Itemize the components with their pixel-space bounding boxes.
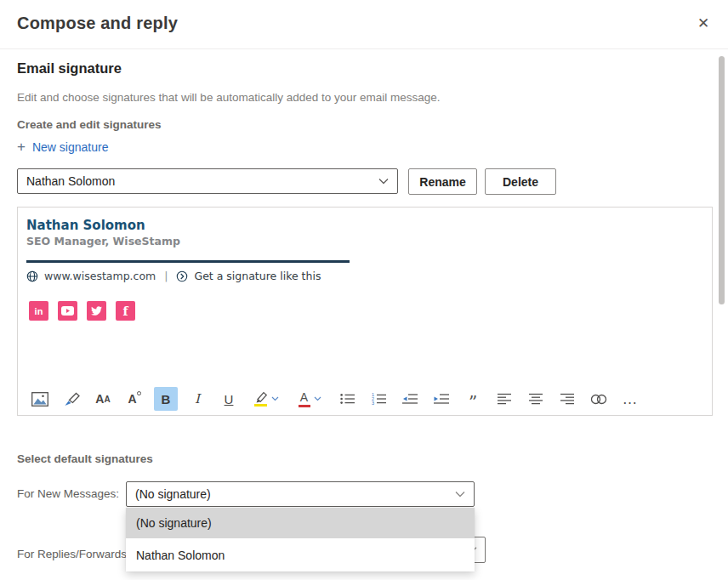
- signature-name: Nathan Solomon: [26, 218, 145, 233]
- font-button[interactable]: AA: [91, 387, 115, 411]
- bold-button[interactable]: B: [154, 387, 178, 411]
- header-divider: [0, 48, 728, 49]
- underline-button[interactable]: U: [217, 387, 241, 411]
- facebook-icon[interactable]: f: [116, 301, 135, 321]
- align-center-button[interactable]: [524, 387, 548, 411]
- email-signature-description: Edit and choose signatures that will be …: [17, 91, 441, 104]
- globe-icon: [26, 270, 38, 282]
- social-icons-row: in f: [29, 301, 135, 321]
- youtube-icon[interactable]: [58, 301, 77, 321]
- signature-select-value: Nathan Solomon: [26, 174, 115, 188]
- signature-select[interactable]: Nathan Solomon: [17, 168, 398, 194]
- delete-button[interactable]: Delete: [485, 168, 556, 195]
- for-new-messages-label: For New Messages:: [17, 487, 119, 500]
- page-title: Compose and reply: [17, 14, 178, 33]
- compose-and-reply-panel: Compose and reply ✕ Email signature Edit…: [0, 0, 728, 580]
- email-signature-heading: Email signature: [17, 60, 122, 77]
- for-replies-label: For Replies/Forwards: [17, 548, 127, 560]
- font-color-button[interactable]: A: [292, 387, 327, 411]
- insert-image-button[interactable]: [28, 387, 52, 411]
- italic-button[interactable]: I: [185, 387, 209, 411]
- chevron-down-icon: [455, 491, 465, 498]
- new-messages-select[interactable]: (No signature): [126, 481, 475, 507]
- svg-text:3: 3: [372, 401, 374, 405]
- insert-link-button[interactable]: [587, 387, 611, 411]
- plus-icon: +: [17, 141, 26, 153]
- highlight-button[interactable]: [248, 387, 284, 411]
- website-link[interactable]: www.wisestamp.com: [44, 270, 156, 282]
- format-painter-button[interactable]: [60, 387, 83, 411]
- highlighter-icon: [254, 391, 268, 407]
- font-size-button[interactable]: A: [122, 387, 146, 411]
- signature-editor[interactable]: Nathan Solomon SEO Manager, WiseStamp ww…: [17, 207, 713, 416]
- font-color-icon: A: [299, 390, 310, 408]
- outdent-button[interactable]: [398, 387, 422, 411]
- signature-links-row: www.wisestamp.com | Get a signature like…: [26, 270, 321, 282]
- default-signatures-heading: Select default signatures: [17, 452, 153, 465]
- align-left-button[interactable]: [492, 387, 516, 411]
- new-signature-label: New signature: [32, 140, 109, 154]
- rename-button[interactable]: Rename: [408, 168, 477, 195]
- get-signature-link[interactable]: Get a signature like this: [194, 270, 321, 282]
- align-right-button[interactable]: [555, 387, 579, 411]
- twitter-icon[interactable]: [87, 301, 106, 321]
- arrow-circle-icon: [176, 270, 188, 282]
- quote-button[interactable]: ”: [461, 387, 485, 411]
- signature-rule: [26, 260, 350, 263]
- dropdown-option-nathan-solomon[interactable]: Nathan Solomon: [126, 538, 475, 571]
- dropdown-option-no-signature[interactable]: (No signature): [126, 508, 475, 538]
- vertical-scrollbar[interactable]: [719, 56, 725, 304]
- chevron-down-icon: [378, 178, 389, 185]
- new-messages-select-value: (No signature): [135, 487, 211, 501]
- new-signature-button[interactable]: + New signature: [17, 140, 108, 154]
- numbered-list-button[interactable]: 123: [367, 387, 390, 411]
- signature-job-title: SEO Manager, WiseStamp: [26, 235, 180, 247]
- linkedin-icon[interactable]: in: [29, 301, 48, 321]
- bullet-list-button[interactable]: [335, 387, 359, 411]
- indent-button[interactable]: [429, 387, 453, 411]
- close-icon[interactable]: ✕: [692, 12, 714, 34]
- formatting-toolbar: AA A B I U A: [28, 386, 642, 412]
- signature-dropdown-menu: (No signature) Nathan Solomon: [126, 508, 475, 571]
- chevron-down-icon: [271, 396, 279, 401]
- more-options-button[interactable]: …: [618, 387, 642, 411]
- create-edit-label: Create and edit signatures: [17, 118, 162, 131]
- chevron-down-icon: [314, 396, 321, 401]
- divider-pipe: |: [164, 270, 168, 282]
